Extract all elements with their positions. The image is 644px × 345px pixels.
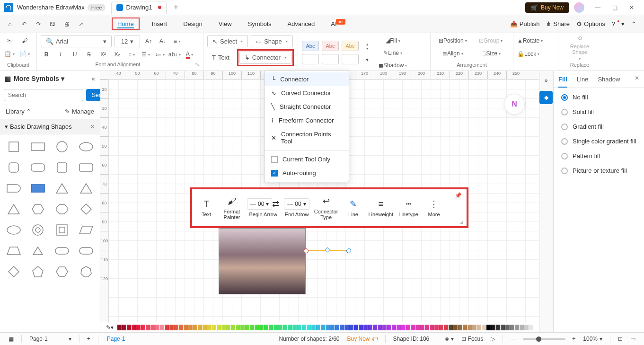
color-swatch[interactable] [510, 325, 514, 330]
export-button[interactable]: ↗ [74, 17, 88, 31]
color-swatch[interactable] [122, 325, 126, 330]
replace-shape-button[interactable]: ⟲ Replace Shape ▾ [567, 35, 592, 61]
ft-more[interactable]: ⋮More [423, 198, 444, 217]
color-swatch[interactable] [363, 325, 368, 330]
play-icon[interactable]: ▷ [491, 336, 495, 342]
tab-advanced[interactable]: Advanced [283, 18, 318, 30]
add-tab-button[interactable]: + [170, 2, 181, 12]
fit-width-icon[interactable]: ▭ [630, 336, 635, 342]
color-swatch[interactable] [482, 325, 486, 330]
fit-page-icon[interactable]: ⊡ [618, 336, 623, 342]
color-swatch[interactable] [401, 325, 406, 330]
shape-frame[interactable] [52, 221, 72, 239]
rotate-button[interactable]: ▲ Rotate [517, 35, 543, 46]
help-button[interactable]: ?● ▾ [612, 20, 625, 27]
color-swatch[interactable] [150, 325, 155, 330]
decrease-font[interactable]: A↓ [157, 35, 168, 47]
shape-tri-small[interactable] [28, 242, 48, 259]
shadow-button[interactable]: ◼ Shadow [379, 60, 407, 71]
fill-opt-pattern[interactable]: Pattern fill [561, 152, 636, 159]
color-swatch[interactable] [292, 325, 297, 330]
ft-linetype[interactable]: ┅Linetype [398, 198, 419, 217]
color-swatch[interactable] [415, 325, 420, 330]
font-selector[interactable]: 🔍 Arial▾ [41, 35, 112, 47]
size-button[interactable]: ⬚ Size [473, 48, 510, 59]
lock-button[interactable]: 🔒 Lock [517, 48, 539, 60]
shape-pill2[interactable] [76, 242, 96, 259]
close-panel[interactable]: ✕ [635, 75, 639, 81]
style-swatch-2[interactable]: Abc [322, 41, 339, 51]
color-swatch[interactable] [382, 325, 387, 330]
color-swatch[interactable] [311, 325, 316, 330]
resize-handle-icon[interactable]: ◢ [460, 220, 463, 224]
color-swatch[interactable] [255, 325, 259, 330]
style-expand[interactable]: ▾ [362, 54, 373, 65]
shape-diamond[interactable] [76, 201, 96, 218]
conn-straight[interactable]: ╲Straight Connector [265, 100, 349, 114]
color-swatch[interactable] [127, 325, 131, 330]
ft-lineweight[interactable]: ≡Lineweight [368, 198, 393, 217]
color-swatch[interactable] [406, 325, 410, 330]
ft-begin-arrow[interactable]: — 00 ▾ ⇄ Begin Arrow [247, 198, 279, 217]
color-swatch[interactable] [491, 325, 495, 330]
color-swatch[interactable] [524, 325, 529, 330]
style-swatch-6[interactable] [342, 54, 359, 64]
shape-tag[interactable] [4, 180, 24, 197]
color-swatch[interactable] [226, 325, 230, 330]
qa-more[interactable] [88, 17, 102, 31]
color-swatch[interactable] [250, 325, 254, 330]
symbol-search-input[interactable] [4, 89, 83, 101]
pages-icon[interactable]: ▦ [9, 336, 14, 342]
color-swatch[interactable] [240, 325, 245, 330]
ft-connector-type[interactable]: ↩Connector Type [314, 195, 338, 220]
shape-roundrect[interactable] [28, 159, 48, 176]
line-style-button[interactable]: ✎ Line [379, 47, 407, 59]
color-swatch[interactable] [430, 325, 434, 330]
fill-tool-icon[interactable]: ◆ [539, 91, 553, 104]
color-swatch[interactable] [259, 325, 264, 330]
shape-rhombus[interactable] [4, 263, 24, 280]
library-toggle[interactable]: Library ⌃ [6, 108, 31, 115]
tab-home[interactable]: Home [112, 18, 140, 30]
close-button[interactable]: ✕ [623, 1, 640, 14]
color-swatch[interactable] [212, 325, 216, 330]
shape-hex2[interactable] [52, 263, 72, 280]
style-more[interactable]: ▴▾ [362, 41, 373, 52]
connector-tool[interactable]: ↳ Connector [239, 52, 291, 64]
color-swatch[interactable] [354, 325, 358, 330]
shape-roundsq[interactable] [4, 159, 24, 176]
color-swatch[interactable] [264, 325, 268, 330]
tab-insert[interactable]: Insert [148, 18, 171, 30]
color-swatch[interactable] [117, 325, 122, 330]
color-swatch[interactable] [378, 325, 382, 330]
color-swatch[interactable] [188, 325, 193, 330]
fill-button[interactable]: ◢ Fill [379, 35, 407, 46]
collapse-panel[interactable]: « [91, 75, 95, 82]
fill-opt-picture[interactable]: Picture or texture fill [561, 167, 636, 174]
bullets-button[interactable]: ≔ [154, 49, 166, 60]
color-swatch[interactable] [174, 325, 178, 330]
home-icon[interactable]: ⌂ [3, 17, 17, 31]
document-tab[interactable]: Drawing1 [111, 1, 167, 14]
color-swatch[interactable] [302, 325, 306, 330]
shape-pentagon[interactable] [28, 263, 48, 280]
color-swatch[interactable] [501, 325, 505, 330]
cut-button[interactable]: ✂ [4, 35, 15, 46]
shape-sniprect[interactable] [76, 159, 96, 176]
font-launcher[interactable]: ⤡ [195, 62, 199, 68]
rtab-shadow[interactable]: Shadow [598, 74, 620, 88]
color-swatch[interactable] [411, 325, 415, 330]
shape-snipsq[interactable] [52, 159, 72, 176]
copy-button[interactable]: 📋 [4, 48, 15, 60]
color-swatch[interactable] [231, 325, 235, 330]
color-swatch[interactable] [420, 325, 424, 330]
color-swatch[interactable] [444, 325, 448, 330]
color-swatch[interactable] [449, 325, 453, 330]
color-swatch[interactable] [520, 325, 524, 330]
canvas-image[interactable] [219, 228, 306, 294]
conn-current-only[interactable]: Current Tool Only [265, 152, 349, 166]
shape-filled-rect[interactable] [28, 180, 48, 197]
conn-curved[interactable]: ∿Curved Connector [265, 86, 349, 100]
color-swatch[interactable] [278, 325, 282, 330]
color-swatch[interactable] [340, 325, 344, 330]
